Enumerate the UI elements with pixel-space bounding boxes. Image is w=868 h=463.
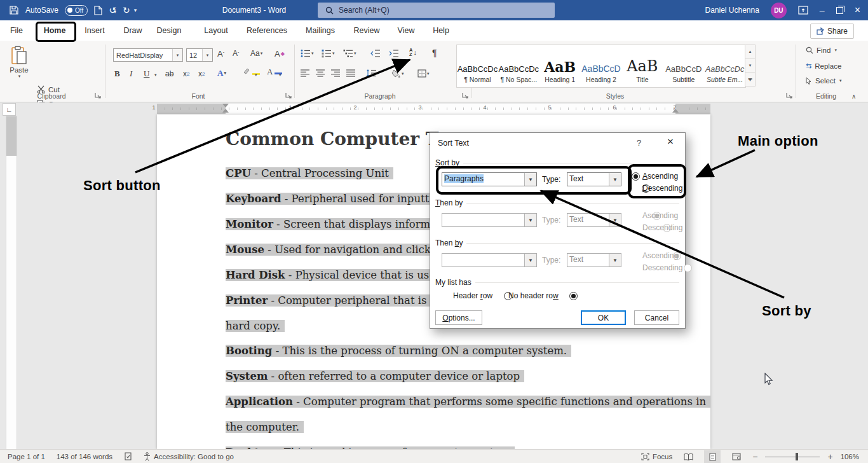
style-heading1[interactable]: AaB Heading 1: [539, 45, 581, 87]
style-heading2[interactable]: AaBbCcD Heading 2: [581, 45, 622, 87]
subscript-button[interactable]: x2: [183, 69, 189, 78]
cancel-button[interactable]: Cancel: [634, 310, 679, 325]
font-size-dropdown-icon[interactable]: ▾: [202, 49, 212, 61]
bold-button[interactable]: B: [114, 69, 120, 79]
replace-button[interactable]: ⇆ Replace: [806, 62, 841, 70]
borders-button[interactable]: ▾: [417, 69, 430, 78]
type-combobox-1[interactable]: Text ▼: [567, 172, 621, 186]
search-input[interactable]: Search (Alt+Q): [318, 3, 555, 18]
bullets-button[interactable]: ▾: [301, 49, 314, 58]
quick-access-more-icon[interactable]: ▾: [134, 7, 137, 13]
horizontal-ruler[interactable]: 1 1 2 3 4 5 6 7: [157, 104, 710, 114]
no-header-row-radio[interactable]: [569, 292, 578, 300]
find-button[interactable]: Find▾: [806, 46, 837, 54]
redo-button[interactable]: ↻: [123, 6, 130, 15]
font-color-dropdown-icon[interactable]: ▾: [279, 73, 281, 78]
font-family-dropdown-icon[interactable]: ▾: [172, 49, 182, 61]
ascending-radio[interactable]: [632, 172, 640, 181]
zoom-out-button[interactable]: −: [752, 452, 757, 462]
font-family-combobox[interactable]: RedHatDisplay ▾: [113, 48, 183, 62]
zoom-level[interactable]: 106%: [841, 453, 859, 460]
options-button[interactable]: Options...: [435, 310, 482, 325]
restore-button[interactable]: [836, 7, 843, 14]
dialog-help-button[interactable]: ?: [637, 138, 641, 148]
numbering-button[interactable]: ▾: [322, 49, 335, 58]
minimize-button[interactable]: –: [820, 5, 825, 15]
proofing-icon[interactable]: [124, 452, 132, 461]
combobox-dropdown-icon[interactable]: ▼: [609, 173, 621, 186]
zoom-slider[interactable]: [765, 457, 820, 457]
first-line-indent-marker[interactable]: [222, 104, 229, 107]
paragraph-dialog-launcher[interactable]: [461, 92, 469, 99]
superscript-button[interactable]: x2: [198, 69, 205, 78]
ribbon-display-options-icon[interactable]: [798, 6, 808, 15]
style-subtitle[interactable]: AaBbCcD Subtitle: [663, 45, 704, 87]
tab-draw[interactable]: Draw: [123, 20, 142, 41]
font-size-combobox[interactable]: 12 ▾: [186, 48, 213, 62]
zoom-slider-thumb[interactable]: [796, 453, 798, 460]
print-layout-button[interactable]: [704, 450, 721, 463]
type-combobox-2[interactable]: Text ▼: [567, 213, 621, 227]
accessibility-status[interactable]: Accessibility: Good to go: [144, 452, 234, 461]
combobox-dropdown-icon[interactable]: ▼: [524, 254, 536, 266]
dialog-close-button[interactable]: ×: [663, 135, 678, 148]
grow-font-button[interactable]: Aˆ: [217, 49, 224, 59]
increase-indent-button[interactable]: [389, 49, 399, 58]
read-mode-button[interactable]: [680, 450, 696, 463]
combobox-dropdown-icon[interactable]: ▼: [524, 173, 536, 186]
highlight-dropdown-icon[interactable]: ▾: [255, 73, 257, 78]
align-right-button[interactable]: [331, 69, 340, 77]
save-icon[interactable]: [9, 5, 19, 15]
user-name[interactable]: Daniel Uchenna: [705, 6, 759, 15]
new-document-icon[interactable]: [94, 6, 102, 15]
align-left-button[interactable]: [301, 69, 309, 77]
show-paragraph-marks-button[interactable]: ¶: [432, 48, 437, 58]
style-normal[interactable]: AaBbCcDc ¶ Normal: [457, 45, 498, 87]
page-indicator[interactable]: Page 1 of 1: [8, 453, 45, 460]
strikethrough-button[interactable]: ab: [165, 69, 173, 78]
combobox-dropdown-icon[interactable]: ▼: [524, 214, 536, 226]
tab-mailings[interactable]: Mailings: [306, 20, 335, 41]
shading-button[interactable]: ▾: [391, 69, 404, 78]
italic-button[interactable]: I: [130, 69, 132, 79]
styles-scroll-up-icon[interactable]: ▲: [745, 45, 756, 59]
close-button[interactable]: ×: [855, 4, 860, 16]
decrease-indent-button[interactable]: [370, 49, 381, 58]
focus-button[interactable]: Focus: [641, 453, 672, 460]
collapse-ribbon-icon[interactable]: ∧: [851, 93, 856, 100]
text-effects-button[interactable]: A▾: [217, 68, 226, 78]
then-by-2-field-combobox[interactable]: ▼: [442, 253, 537, 267]
tab-stop-selector[interactable]: ∟: [3, 103, 16, 116]
tab-insert[interactable]: Insert: [85, 20, 104, 41]
then-by-1-field-combobox[interactable]: ▼: [442, 213, 537, 227]
undo-button[interactable]: ↺▾: [109, 6, 116, 15]
tab-references[interactable]: References: [247, 20, 287, 41]
tab-layout[interactable]: Layout: [204, 20, 228, 41]
ok-button[interactable]: OK: [581, 310, 626, 325]
justify-button[interactable]: [346, 69, 355, 77]
web-layout-button[interactable]: [728, 450, 745, 463]
tab-design[interactable]: Design: [157, 20, 182, 41]
autosave-toggle[interactable]: Off: [65, 5, 88, 16]
style-title[interactable]: AaB Title: [621, 45, 663, 87]
paste-dropdown-icon[interactable]: ▾: [8, 74, 31, 79]
clipboard-dialog-launcher[interactable]: [94, 92, 102, 99]
styles-dialog-launcher[interactable]: [785, 92, 793, 99]
combobox-dropdown-icon[interactable]: ▼: [609, 254, 621, 266]
tab-help[interactable]: Help: [433, 20, 449, 41]
underline-dropdown-icon[interactable]: ▾: [154, 73, 157, 78]
shrink-font-button[interactable]: Aˇ: [233, 49, 239, 58]
change-case-button[interactable]: Aa▾: [250, 49, 262, 58]
tab-review[interactable]: Review: [354, 20, 380, 41]
align-center-button[interactable]: [316, 69, 325, 77]
right-indent-marker[interactable]: [672, 109, 679, 113]
share-button[interactable]: Share: [810, 24, 854, 39]
underline-button[interactable]: U: [144, 69, 149, 79]
avatar[interactable]: DU: [771, 3, 787, 18]
tab-file[interactable]: File: [10, 20, 23, 41]
combobox-dropdown-icon[interactable]: ▼: [609, 214, 621, 226]
sort-button[interactable]: AZ ↓: [409, 48, 417, 57]
word-count[interactable]: 143 of 146 words: [57, 453, 112, 460]
styles-scroll-down-icon[interactable]: ▼: [745, 59, 756, 73]
multilevel-list-button[interactable]: ▾: [343, 49, 356, 58]
